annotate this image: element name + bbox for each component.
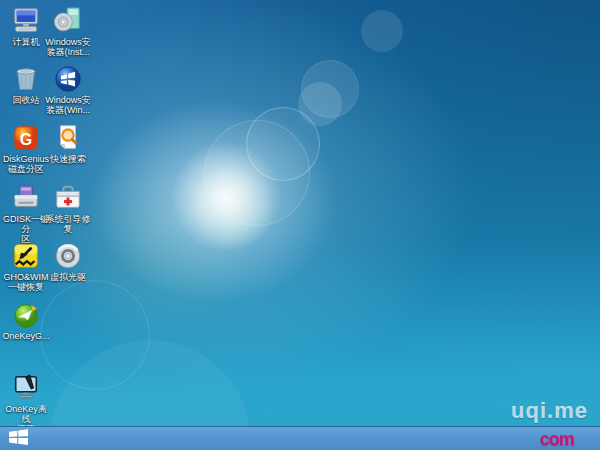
lens-flare-ring xyxy=(246,107,320,181)
lens-flare-circle xyxy=(298,82,342,126)
desktop-icon-label: OneKeyG... xyxy=(2,331,50,341)
lens-flare-ring xyxy=(204,120,310,226)
ghost-restore-icon xyxy=(11,241,41,271)
desktop-icon-label: 快速搜索 xyxy=(44,154,92,164)
desktop-icon-quick-search[interactable]: 快速搜索 xyxy=(44,123,92,164)
desktop-icon-label: GHO&WIM 一键恢复 xyxy=(2,272,50,292)
desktop-icon-recycle-bin[interactable]: 回收站 xyxy=(2,64,50,105)
desktop-icon-boot-repair[interactable]: 系统引导修复 xyxy=(44,183,92,234)
lens-flare-circle xyxy=(361,10,403,52)
desktop-icon-gdisk-partition[interactable]: GDISK一键分 区 xyxy=(2,183,50,244)
desktop-icon-label: 系统引导修复 xyxy=(44,214,92,234)
onekey-green-orb-icon xyxy=(11,300,41,330)
desktop-icon-windows-installer-win[interactable]: Windows安 装器(Win... xyxy=(44,64,92,115)
disk-drive-icon xyxy=(11,183,41,213)
windows-orb-icon xyxy=(53,64,83,94)
taskbar: 12:41 2014/6/13 xyxy=(0,426,600,450)
desktop-icon-label: 回收站 xyxy=(2,95,50,105)
desktop-icon-onekey-offline-restore[interactable]: OneKey离线 还原 xyxy=(2,373,50,434)
desktop-icon-computer[interactable]: 计算机 xyxy=(2,6,50,47)
desktop-icon-gho-wim-restore[interactable]: GHO&WIM 一键恢复 xyxy=(2,241,50,292)
lens-flare-circle xyxy=(301,60,359,118)
diskgenius-icon: G xyxy=(11,123,41,153)
desktop-icon-virtual-cdrom[interactable]: 虚拟光驱 xyxy=(44,241,92,282)
first-aid-kit-icon xyxy=(53,183,83,213)
windows-start-icon xyxy=(8,428,30,450)
recycle-bin-icon xyxy=(11,64,41,94)
start-button[interactable] xyxy=(0,427,38,450)
computer-icon xyxy=(11,6,41,36)
lens-flare-ring xyxy=(40,280,150,390)
desktop-icon-onekey-ghost[interactable]: OneKeyG... xyxy=(2,300,50,341)
svg-text:G: G xyxy=(20,131,32,148)
desktop-icon-label: 虚拟光驱 xyxy=(44,272,92,282)
desktop-icon-label: Windows安 装器(Inst... xyxy=(44,37,92,57)
desktop-icon-label: Windows安 装器(Win... xyxy=(44,95,92,115)
cd-disc-icon xyxy=(53,241,83,271)
desktop-icon-label: GDISK一键分 区 xyxy=(2,214,50,244)
screen-pen-icon xyxy=(11,373,41,403)
desktop-icon-diskgenius[interactable]: G DiskGenius 磁盘分区 xyxy=(2,123,50,174)
desktop-icon-label: 计算机 xyxy=(2,37,50,47)
desktop-icon-label: DiskGenius 磁盘分区 xyxy=(2,154,50,174)
search-document-icon xyxy=(53,123,83,153)
desktop-icon-windows-installer-inst[interactable]: Windows安 装器(Inst... xyxy=(44,6,92,57)
installer-disc-box-icon xyxy=(53,6,83,36)
